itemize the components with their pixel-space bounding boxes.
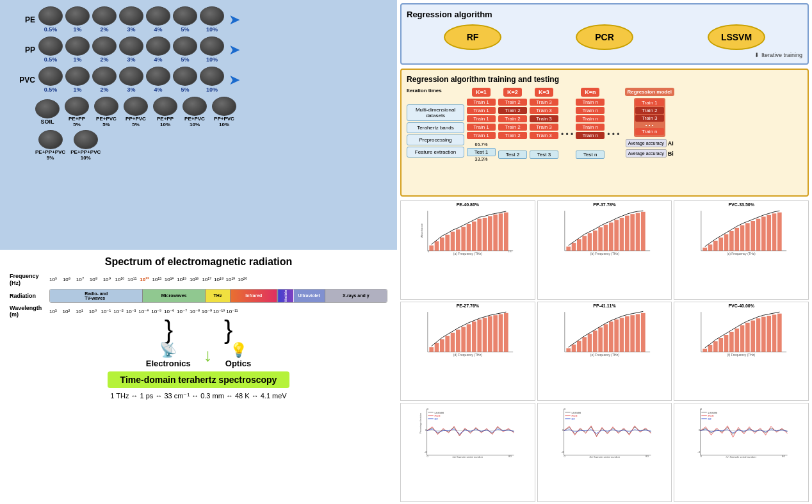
pp-item-2: 2% [92, 37, 117, 63]
svg-rect-65 [461, 327, 466, 352]
chart-bot-a-svg: LSSVM PCR RF (a) Sample serial number Pe… [401, 403, 535, 458]
soil-item: SOIL [35, 99, 60, 125]
svg-rect-86 [614, 320, 619, 352]
pvc-disc-2 [92, 67, 117, 86]
svg-rect-50 [751, 221, 756, 251]
pvc-item-2: 2% [92, 67, 117, 93]
spectrum-section: Spectrum of electromagnetic radiation Fr… [0, 250, 397, 504]
svg-rect-7 [456, 229, 460, 250]
pp-label: PP [10, 45, 35, 54]
pp-pct-0: 0.5% [44, 56, 58, 63]
pp-pct-5: 5% [181, 56, 189, 63]
training-content: Iteration times Multi-dimensionaldataset… [407, 88, 802, 161]
svg-rect-82 [593, 330, 597, 352]
pvc-pct-1: 1% [73, 86, 81, 93]
wv0: 10³ [49, 309, 57, 314]
pp-disc-6 [200, 37, 224, 56]
svg-rect-53 [767, 215, 772, 251]
svg-text:RF: RF [434, 418, 438, 421]
wv13: 10⁻¹⁰ [213, 309, 225, 314]
pvc-pct-6: 10% [206, 86, 218, 93]
svg-rect-32 [614, 220, 619, 250]
pepvc5-disc [94, 97, 118, 116]
k1-test: Test 1 [467, 148, 496, 156]
chart-c-svg: (c) Frequency (THz) [674, 208, 808, 256]
fv6: 10¹¹ [127, 277, 136, 282]
pp-item-1: 1% [65, 37, 90, 63]
model-trainn: Train n [635, 128, 664, 135]
pepppvc10-disc [74, 130, 98, 149]
pp-disc-3 [119, 37, 143, 56]
brace-row: } } [10, 323, 387, 336]
svg-rect-26 [582, 236, 587, 250]
svg-rect-52 [761, 216, 766, 250]
radiation-row: Radiation Radio- andTV-waves Microwaves … [10, 289, 387, 303]
svg-text:LSSVM: LSSVM [708, 411, 718, 414]
svg-rect-6 [451, 232, 455, 251]
svg-text:3: 3 [427, 407, 429, 411]
svg-rect-97 [713, 341, 718, 352]
pcr-ellipse: PCR [576, 24, 633, 50]
pe-item-1: 1% [65, 6, 90, 33]
svg-rect-72 [499, 314, 503, 352]
svg-rect-70 [488, 316, 492, 352]
svg-rect-103 [745, 323, 750, 352]
svg-rect-98 [719, 338, 724, 352]
wv5: 10⁻² [113, 309, 124, 314]
svg-rect-36 [635, 213, 640, 251]
preprocessing-box: Preprocessing [407, 134, 464, 145]
svg-rect-89 [630, 315, 635, 352]
pvc-label: PVC [10, 76, 35, 85]
svg-text:-3: -3 [424, 450, 426, 453]
pe-disc-0 [38, 6, 63, 26]
k3-train5: Train 3 [530, 132, 558, 139]
avg-acc2-row: Average accuracy Bi [626, 149, 674, 158]
chart-f-svg: (f) Frequency (THz) [674, 309, 808, 357]
chart-a-title: PE-40.86% [401, 201, 535, 208]
pvc-item-6: 10% [200, 67, 224, 93]
svg-rect-24 [571, 243, 576, 251]
pvc-pct-3: 3% [127, 86, 135, 93]
svg-rect-35 [630, 214, 635, 251]
pepppvc5-item: PE+PP+PVC5% [35, 130, 65, 161]
pepppvc5-label: PE+PP+PVC5% [35, 149, 65, 161]
k2-col: K=2 Train 2 Train 2 Train 2 Train 2 Trai… [498, 88, 527, 161]
pe-label: PE [10, 15, 35, 24]
wv3: 10⁰ [89, 309, 97, 314]
svg-rect-106 [761, 317, 766, 352]
iter-times-header: Iteration times [407, 88, 464, 93]
svg-text:(f) Frequency (THz): (f) Frequency (THz) [727, 353, 756, 357]
radio-seg: Radio- andTV-waves [50, 289, 143, 302]
pppvc5-label: PP+PVC5% [126, 116, 146, 127]
pe-disc-4 [146, 6, 170, 26]
pe-item-0: 0.5% [38, 6, 63, 33]
pepppvc5-disc [38, 130, 63, 149]
mid-chart-row: PE-27.76% [400, 302, 809, 401]
right-panel: Regression algorithm RF PCR LSSVM ⬇ Iter… [397, 0, 812, 504]
svg-rect-8 [461, 227, 466, 251]
pe-item-4: 4% [146, 6, 170, 33]
chart-e-title: PP-41.11% [538, 302, 672, 309]
feature-box: Feature extraction [407, 147, 464, 158]
pepvc5-item: PE+PVC5% [94, 97, 118, 127]
chart-d-svg: (d) Frequency (THz) [401, 309, 535, 357]
k1-train5: Train 1 [467, 132, 496, 139]
model-col: Regression model Train 1 Train 2 Train 3… [625, 88, 674, 161]
svg-rect-55 [777, 213, 782, 251]
pppvc10-label: PP+PVC10% [214, 116, 234, 127]
pe-pct-5: 5% [181, 26, 189, 33]
svg-rect-61 [440, 339, 444, 352]
wl-values: 10³ 10² 10¹ 10⁰ 10⁻¹ 10⁻² 10⁻³ 10⁻⁴ 10⁻⁵… [49, 309, 387, 314]
svg-text:RF: RF [708, 418, 712, 421]
eo-row: 📡 Electronics ↓ 💡 Optics [146, 342, 252, 368]
k1-train3: Train 1 [467, 115, 496, 122]
pepvc10-item: PE+PVC10% [183, 97, 207, 127]
wavelength-row: Wavelength(m) 10³ 10² 10¹ 10⁰ 10⁻¹ 10⁻² … [10, 305, 387, 319]
chart-e-svg: (e) Frequency (THz) [538, 309, 672, 357]
pepp5-disc [65, 97, 89, 116]
svg-rect-88 [625, 316, 629, 352]
pppvc5-disc [124, 97, 148, 116]
pp-pct-3: 3% [127, 56, 135, 63]
k1-33: 33.3% [475, 157, 488, 161]
pepvc10-label: PE+PVC10% [184, 116, 205, 127]
